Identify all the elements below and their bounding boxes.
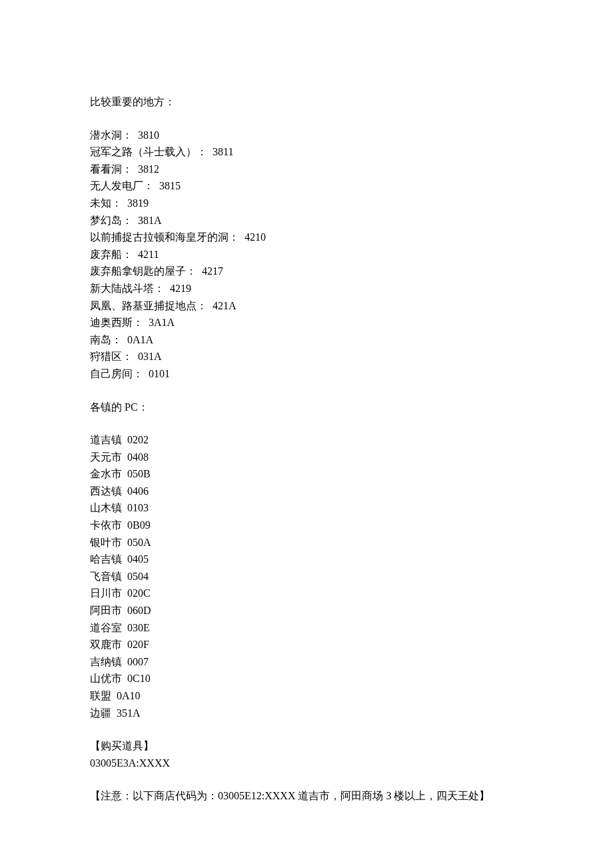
list-item: 南岛： 0A1A [90, 331, 523, 349]
section2-title: 各镇的 PC： [90, 399, 523, 416]
list-item: 以前捕捉古拉顿和海皇牙的洞： 4210 [90, 229, 523, 246]
list-item: 吉纳镇 0007 [90, 653, 523, 671]
list-item: 道吉镇 0202 [90, 431, 523, 449]
list-item: 日川市 020C [90, 585, 523, 602]
list-item: 山木镇 0103 [90, 499, 523, 517]
list-item: 哈吉镇 0405 [90, 551, 523, 568]
list-item: 阿田市 060D [90, 602, 523, 619]
list-item: 飞音镇 0504 [90, 568, 523, 585]
list-item: 新大陆战斗塔： 4219 [90, 280, 523, 297]
list-item: 自己房间： 0101 [90, 365, 523, 383]
document-page: 比较重要的地方： 潜水洞： 3810 冠军之路（斗士载入）： 3811 看看洞：… [0, 0, 613, 868]
section1-title: 比较重要的地方： [90, 93, 523, 111]
list-item: 废弃船： 4211 [90, 246, 523, 263]
list-item: 狩猎区： 031A [90, 348, 523, 365]
list-item: 潜水洞： 3810 [90, 127, 523, 144]
buy-item-code: 03005E3A:XXXX [90, 755, 523, 772]
list-item: 卡依市 0B09 [90, 517, 523, 534]
important-places-list: 潜水洞： 3810 冠军之路（斗士载入）： 3811 看看洞： 3812 无人发… [90, 127, 523, 383]
list-item: 无人发电厂： 3815 [90, 177, 523, 195]
list-item: 看看洞： 3812 [90, 161, 523, 178]
list-item: 银叶市 050A [90, 534, 523, 551]
list-item: 联盟 0A10 [90, 687, 523, 705]
list-item: 边疆 351A [90, 705, 523, 722]
list-item: 未知： 3819 [90, 195, 523, 212]
list-item: 迪奥西斯： 3A1A [90, 314, 523, 331]
list-item: 凤凰、路基亚捕捉地点： 421A [90, 297, 523, 315]
list-item: 天元市 0408 [90, 449, 523, 466]
list-item: 金水市 050B [90, 465, 523, 483]
note-line: 【注意：以下商店代码为：03005E12:XXXX 道吉市，阿田商场 3 楼以上… [90, 787, 523, 805]
list-item: 双鹿市 020F [90, 636, 523, 653]
list-item: 西达镇 0406 [90, 483, 523, 500]
list-item: 道谷室 030E [90, 619, 523, 637]
list-item: 废弃船拿钥匙的屋子： 4217 [90, 263, 523, 280]
list-item: 梦幻岛： 381A [90, 212, 523, 229]
list-item: 山优市 0C10 [90, 670, 523, 687]
town-pc-list: 道吉镇 0202 天元市 0408 金水市 050B 西达镇 0406 山木镇 … [90, 431, 523, 721]
buy-item-title: 【购买道具】 [90, 737, 523, 755]
list-item: 冠军之路（斗士载入）： 3811 [90, 143, 523, 161]
